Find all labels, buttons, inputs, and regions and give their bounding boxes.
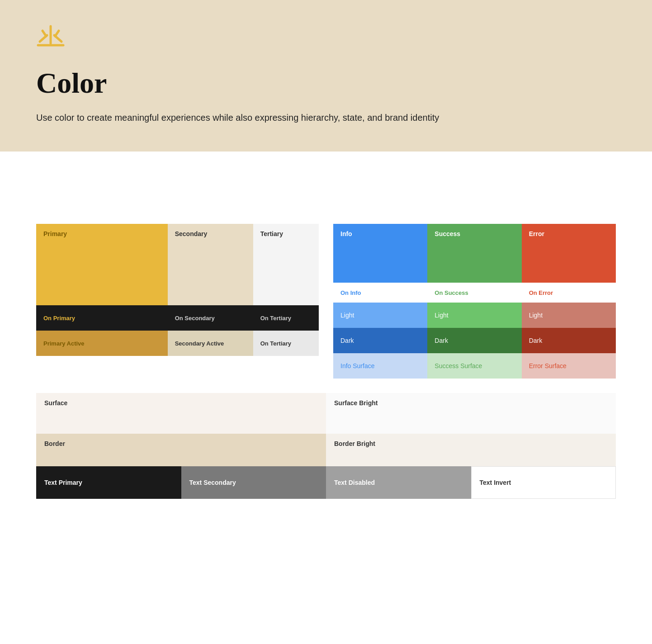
border-bright-swatch: Border Bright: [326, 434, 616, 466]
surface-bright-swatch: Surface Bright: [326, 393, 616, 434]
color-grid: Primary Secondary Tertiary On Primary On…: [36, 224, 616, 379]
error-swatch: Error: [522, 224, 616, 283]
primary-active-swatch: Primary Active: [36, 331, 168, 356]
success-surface-swatch: Success Surface: [427, 353, 521, 379]
on-primary-swatch: On Primary: [36, 305, 168, 331]
spacer: [0, 152, 652, 188]
info-surface-swatch: Info Surface: [333, 353, 427, 379]
svg-line-5: [55, 31, 59, 36]
content-area: Primary Secondary Tertiary On Primary On…: [0, 188, 652, 526]
success-light-swatch: Light: [427, 303, 521, 328]
info-dark-swatch: Dark: [333, 328, 427, 353]
error-light-swatch: Light: [522, 303, 616, 328]
status-group: Info Success Error On Info On Success O: [333, 224, 616, 379]
info-swatch: Info: [333, 224, 427, 283]
text-secondary-swatch: Text Secondary: [181, 466, 326, 499]
svg-line-4: [43, 31, 46, 36]
tertiary-swatch: Tertiary: [253, 224, 319, 305]
surface-swatch: Surface: [36, 393, 326, 434]
error-dark-swatch: Dark: [522, 328, 616, 353]
on-tertiary-swatch: On Tertiary: [253, 305, 319, 331]
text-disabled-swatch: Text Disabled: [326, 466, 471, 499]
on-success-label: On Success: [427, 289, 521, 296]
primary-swatch: Primary: [36, 224, 168, 305]
error-surface-swatch: Error Surface: [522, 353, 616, 379]
hero-section: Color Use color to create meaningful exp…: [0, 0, 652, 152]
on-secondary-swatch: On Secondary: [168, 305, 253, 331]
page-title: Color: [36, 66, 616, 100]
secondary-active-swatch: Secondary Active: [168, 331, 253, 356]
text-row: Text Primary Text Secondary Text Disable…: [36, 466, 616, 499]
surface-row: Surface Surface Bright: [36, 393, 616, 434]
success-swatch: Success: [427, 224, 521, 283]
on-info-label: On Info: [333, 289, 427, 296]
border-row: Border Border Bright: [36, 434, 616, 466]
info-light-swatch: Light: [333, 303, 427, 328]
logo-icon: [36, 22, 616, 52]
border-swatch: Border: [36, 434, 326, 466]
success-dark-swatch: Dark: [427, 328, 521, 353]
on-tertiary-active-swatch: On Tertiary: [253, 331, 319, 356]
primary-group: Primary Secondary Tertiary On Primary On…: [36, 224, 319, 379]
hero-subtitle: Use color to create meaningful experienc…: [36, 111, 616, 124]
secondary-swatch: Secondary: [168, 224, 253, 305]
text-invert-swatch: Text Invert: [471, 466, 616, 499]
on-error-label: On Error: [522, 289, 616, 296]
text-primary-swatch: Text Primary: [36, 466, 181, 499]
